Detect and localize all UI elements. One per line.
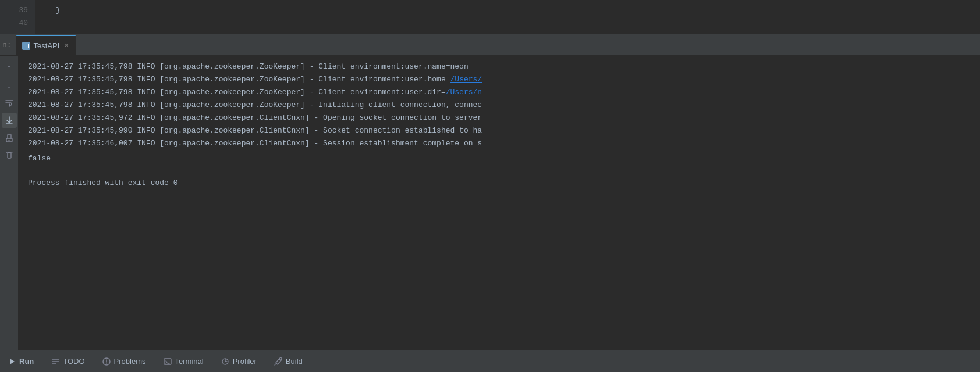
tab-prefix: n: [2, 35, 16, 55]
soft-wrap-icon[interactable] [2, 95, 17, 110]
problems-icon [102, 357, 111, 366]
left-sidebar: ↑ ↓ [0, 56, 19, 350]
tab-close-button[interactable]: × [63, 41, 69, 51]
tab-bar: n: TestAPI × [0, 35, 980, 56]
console-area: 2021-08-27 17:35:45,798 INFO [org.apache… [19, 56, 980, 350]
run-label: Run [19, 357, 34, 366]
profiler-icon [221, 357, 230, 366]
tab-file-icon [22, 42, 30, 50]
terminal-button[interactable]: Terminal [155, 350, 212, 372]
pin-bottom-icon[interactable] [2, 113, 17, 128]
gutter [35, 0, 47, 34]
tab-label: TestAPI [34, 41, 60, 50]
print-icon[interactable] [2, 130, 17, 145]
problems-button[interactable]: Problems [94, 350, 155, 372]
code-strip: 39 40 } [0, 0, 980, 35]
svg-line-13 [275, 363, 276, 365]
main-area: ↑ ↓ 2021-08-27 17:35:45,7 [0, 56, 980, 350]
code-line-39: } [56, 5, 971, 16]
log-line-7: 2021-08-27 17:35:46,007 INFO [org.apache… [28, 137, 971, 150]
todo-icon [51, 357, 60, 366]
scroll-up-icon[interactable]: ↑ [2, 60, 17, 76]
delete-icon[interactable] [2, 148, 17, 163]
build-button[interactable]: Build [265, 350, 311, 372]
line-numbers: 39 40 [0, 0, 35, 34]
line-number-39: 39 [19, 5, 28, 16]
terminal-icon [163, 357, 172, 366]
console-false: false [28, 152, 971, 165]
tab-testapi[interactable]: TestAPI × [16, 35, 76, 55]
svg-point-12 [225, 361, 226, 362]
todo-button[interactable]: TODO [42, 350, 93, 372]
log-line-5: 2021-08-27 17:35:45,972 INFO [org.apache… [28, 112, 971, 124]
profiler-label: Profiler [233, 357, 257, 366]
log-line-3: 2021-08-27 17:35:45,798 INFO [org.apache… [28, 86, 971, 99]
process-finished: Process finished with exit code 0 [28, 177, 971, 189]
run-button[interactable]: Run [0, 350, 42, 372]
run-icon [8, 357, 16, 366]
scroll-down-icon[interactable]: ↓ [2, 78, 17, 93]
console-output: 2021-08-27 17:35:45,798 INFO [org.apache… [19, 56, 980, 350]
todo-label: TODO [63, 357, 84, 366]
line-number-40: 40 [19, 17, 28, 29]
svg-point-8 [106, 363, 107, 364]
log-line-1: 2021-08-27 17:35:45,798 INFO [org.apache… [28, 60, 971, 73]
log-line-4: 2021-08-27 17:35:45,798 INFO [org.apache… [28, 99, 971, 112]
build-label: Build [286, 357, 303, 366]
profiler-button[interactable]: Profiler [212, 350, 265, 372]
code-content: } [47, 0, 980, 34]
bottom-toolbar: Run TODO Problems [0, 350, 980, 372]
log-line-2: 2021-08-27 17:35:45,798 INFO [org.apache… [28, 73, 971, 86]
log-line-6: 2021-08-27 17:35:45,990 INFO [org.apache… [28, 124, 971, 137]
svg-marker-2 [10, 359, 15, 364]
build-icon [274, 357, 283, 366]
svg-rect-1 [8, 140, 10, 141]
terminal-label: Terminal [175, 357, 204, 366]
problems-label: Problems [114, 357, 146, 366]
